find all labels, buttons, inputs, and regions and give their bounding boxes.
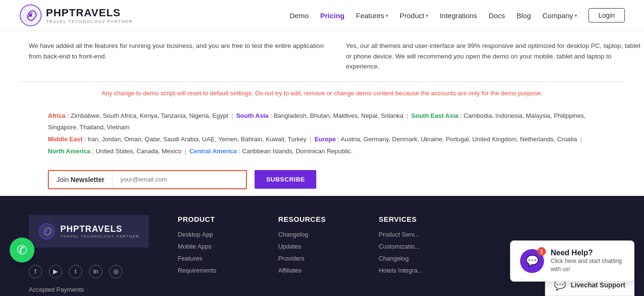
chat-text: Need Help? Click here and start chatting…: [551, 249, 624, 273]
footer-changelog[interactable]: Changelog: [278, 231, 350, 238]
logo-title: PHPTRAVELS: [46, 7, 133, 19]
nav-features[interactable]: Features ▾: [356, 11, 388, 20]
social-icons: f ▶ t in ◎: [29, 265, 149, 278]
footer-desktop-app[interactable]: Desktop App: [178, 231, 249, 238]
nav-blog[interactable]: Blog: [517, 11, 531, 20]
linkedin-icon[interactable]: in: [89, 265, 102, 278]
top-right-text: Yes, our all themes and user-interface a…: [346, 41, 644, 72]
ca-separator: :: [239, 148, 242, 155]
instagram-icon[interactable]: ◎: [109, 265, 122, 278]
twitter-icon[interactable]: t: [69, 265, 82, 278]
footer-product-serv[interactable]: Product Serv...: [378, 231, 450, 238]
nav-product[interactable]: Product ▾: [400, 11, 428, 20]
livechat-label: Livechat Support: [571, 281, 625, 289]
newsletter-label: Join Newsletter: [49, 171, 112, 188]
na-separator: :: [92, 148, 96, 155]
africa-countries: Zimbabwe, South Africa, Kenya, Tanzania,…: [71, 112, 228, 119]
chat-icon-wrap: 💬 1: [520, 249, 544, 273]
footer-requirements[interactable]: Requirements: [178, 267, 249, 274]
footer-product-col: PRODUCT Desktop App Mobile Apps Features…: [178, 215, 249, 293]
nav-docs[interactable]: Docs: [489, 11, 505, 20]
chat-widget[interactable]: 💬 1 Need Help? Click here and start chat…: [510, 240, 634, 282]
middle-east-label: Middle East: [48, 136, 82, 143]
pipe3: |: [310, 136, 313, 143]
footer-providers[interactable]: Providers: [278, 255, 350, 262]
footer-logo-box: PHPTRAVELS TRAVEL TECHNOLOGY PARTNER: [29, 215, 149, 248]
footer-services-col: SERVICES Product Serv... Customizatio...…: [378, 215, 450, 293]
footer-updates[interactable]: Updates: [278, 243, 350, 250]
central-america-countries: Caribbean Islands, Dominican Republic.: [242, 148, 353, 155]
africa-label: Africa: [48, 112, 66, 119]
footer-resources-title: RESOURCES: [278, 215, 350, 223]
north-america-countries: United States, Canada, Mexico: [96, 148, 181, 155]
header: PHPTRAVELS TRAVEL TECHNOLOGY PARTNER Dem…: [0, 0, 644, 31]
company-chevron-icon: ▾: [575, 13, 577, 18]
footer-logo-icon: [38, 223, 56, 240]
newsletter-email-input[interactable]: [112, 171, 246, 188]
footer-customization[interactable]: Customizatio...: [378, 243, 450, 250]
footer-features[interactable]: Features: [178, 255, 249, 262]
sea-separator: :: [460, 112, 462, 119]
logo-text: PHPTRAVELS TRAVEL TECHNOLOGY PARTNER: [46, 7, 133, 24]
footer-product-title: PRODUCT: [178, 215, 249, 223]
svg-point-3: [46, 230, 48, 232]
europe-countries: Austria, Germany, Denmark, Ukraine, Port…: [341, 136, 577, 143]
features-chevron-icon: ▾: [386, 13, 388, 18]
europe-label: Europe: [314, 136, 336, 143]
top-left-text: We have added all the features for runni…: [29, 41, 327, 72]
logo-area: PHPTRAVELS TRAVEL TECHNOLOGY PARTNER: [19, 4, 133, 27]
svg-point-1: [29, 14, 32, 17]
youtube-icon[interactable]: ▶: [49, 265, 62, 278]
footer-resources-col: RESOURCES Changelog Updates Providers Af…: [278, 215, 350, 293]
central-america-label: Central America: [189, 148, 237, 155]
chat-title: Need Help?: [551, 249, 624, 257]
notice-bar: Any change to demo script will reset to …: [0, 82, 644, 104]
africa-separator: :: [67, 112, 70, 119]
footer-logo-title: PHPTRAVELS: [60, 224, 139, 234]
footer-services-changelog[interactable]: Changelog: [378, 255, 450, 262]
product-chevron-icon: ▾: [426, 13, 428, 18]
login-button[interactable]: Login: [588, 8, 625, 23]
south-asia-separator: :: [270, 112, 274, 119]
subscribe-button[interactable]: SUBSCRIBE: [255, 170, 316, 189]
footer-mobile-apps[interactable]: Mobile Apps: [178, 243, 249, 250]
chat-badge: 1: [537, 247, 546, 256]
footer-affiliates[interactable]: Affiliates: [278, 267, 350, 274]
footer-services-title: SERVICES: [378, 215, 450, 223]
south-asia-label: South Asia: [236, 112, 268, 119]
north-america-label: North America: [48, 148, 90, 155]
pipe4: |: [580, 136, 582, 143]
pipe2: |: [407, 112, 410, 119]
newsletter-box: Join Newsletter: [48, 170, 247, 189]
nav-pricing[interactable]: Pricing: [320, 11, 344, 20]
main-nav: Demo Pricing Features ▾ Product ▾ Integr…: [289, 8, 625, 23]
top-section: We have added all the features for runni…: [0, 31, 644, 81]
south-asia-countries: Bangladesh, Bhutan, Maldives, Nepal, Sri…: [274, 112, 403, 119]
footer-hotels-integration[interactable]: Hotels Integra...: [378, 267, 450, 274]
notice-text: Any change to demo script will reset to …: [101, 90, 542, 97]
nav-demo[interactable]: Demo: [289, 11, 309, 20]
sea-label: South East Asia: [411, 112, 458, 119]
regions-bar: Africa : Zimbabwe, South Africa, Kenya, …: [0, 104, 644, 163]
newsletter-section: Join Newsletter SUBSCRIBE: [0, 163, 644, 196]
nav-company[interactable]: Company ▾: [543, 11, 577, 20]
chat-subtitle: Click here and start chatting with us!: [551, 257, 624, 273]
nav-integrations[interactable]: Integrations: [440, 11, 477, 20]
logo-sub: TRAVEL TECHNOLOGY PARTNER: [46, 19, 133, 24]
accepted-payments-label: Accepted Payments: [29, 286, 149, 293]
pipe5: |: [185, 148, 188, 155]
whatsapp-button[interactable]: ✆: [10, 238, 34, 262]
logo-icon: [19, 4, 42, 27]
footer-logo-col: PHPTRAVELS TRAVEL TECHNOLOGY PARTNER f ▶…: [29, 215, 149, 293]
middle-east-countries: Iran, Jordan, Oman, Qatar, Saudi Arabia,…: [88, 136, 306, 143]
pipe1: |: [232, 112, 235, 119]
whatsapp-icon: ✆: [17, 243, 27, 258]
facebook-icon[interactable]: f: [29, 265, 42, 278]
footer-logo-sub: TRAVEL TECHNOLOGY PARTNER: [60, 234, 139, 239]
